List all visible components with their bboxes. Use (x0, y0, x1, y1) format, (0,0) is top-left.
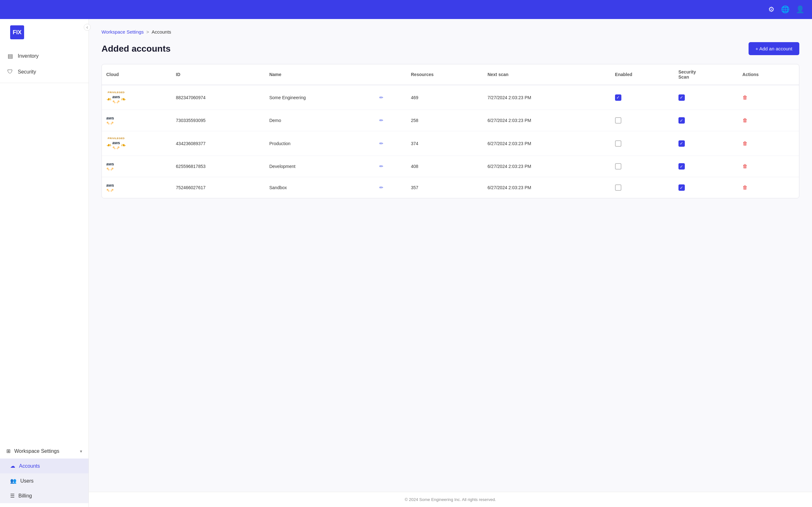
main-content: Workspace Settings > Accounts Added acco… (89, 19, 812, 492)
globe-icon[interactable]: 🌐 (781, 5, 790, 14)
enabled-checkbox[interactable] (615, 117, 621, 124)
cell-next-scan: 6/27/2024 2:03:23 PM (483, 110, 611, 131)
table-header-row: Cloud ID Name Resources Next scan Enable… (102, 64, 799, 85)
cell-enabled[interactable] (611, 131, 674, 156)
cell-id: 625596817853 (171, 156, 265, 177)
security-scan-checkbox[interactable]: ✓ (678, 140, 685, 147)
enabled-checkbox[interactable] (615, 163, 621, 170)
sidebar-sub-item-label: Accounts (19, 463, 40, 469)
accounts-table: Cloud ID Name Resources Next scan Enable… (102, 64, 799, 198)
enabled-checkbox[interactable] (615, 140, 621, 147)
edit-icon[interactable]: ✏ (379, 95, 384, 100)
col-resources: Resources (406, 64, 483, 85)
breadcrumb-separator: > (146, 29, 149, 35)
cell-enabled[interactable] (611, 110, 674, 131)
delete-icon[interactable]: 🗑 (743, 118, 748, 123)
cell-security-scan[interactable]: ✓ (674, 110, 738, 131)
table-row: aws ⇖⇗ 752466027617Sandbox✏3576/27/2024 … (102, 177, 799, 199)
cell-security-scan[interactable]: ✓ (674, 156, 738, 177)
delete-icon[interactable]: 🗑 (743, 141, 748, 146)
col-cloud: Cloud (102, 64, 171, 85)
security-scan-checkbox[interactable]: ✓ (678, 95, 685, 101)
sidebar: FIX ‹ ▤ Inventory 🛡 Security ⊞ Workspace… (0, 19, 89, 507)
cell-cloud: aws ⇖⇗ (102, 110, 171, 131)
sidebar-item-security[interactable]: 🛡 Security (0, 64, 89, 79)
sidebar-header: FIX ‹ (0, 23, 89, 48)
cell-next-scan: 6/27/2024 2:03:23 PM (483, 156, 611, 177)
cell-edit[interactable]: ✏ (375, 131, 406, 156)
cell-next-scan: 6/27/2024 2:03:23 PM (483, 131, 611, 156)
sidebar-item-billing[interactable]: ☰ Billing (0, 488, 89, 503)
edit-icon[interactable]: ✏ (379, 185, 384, 190)
cell-resources: 357 (406, 177, 483, 199)
page-title: Added accounts (101, 44, 171, 54)
sidebar-collapse-button[interactable]: ‹ (84, 24, 91, 31)
delete-icon[interactable]: 🗑 (743, 95, 748, 100)
user-icon[interactable]: 👤 (796, 5, 804, 14)
enabled-checkbox[interactable] (615, 184, 621, 191)
col-next-scan: Next scan (483, 64, 611, 85)
cell-security-scan[interactable]: ✓ (674, 131, 738, 156)
sidebar-item-accounts[interactable]: ☁ Accounts (0, 458, 89, 473)
users-icon: 👥 (10, 478, 16, 484)
edit-icon[interactable]: ✏ (379, 164, 384, 169)
cell-enabled[interactable]: ✓ (611, 85, 674, 110)
main-content-area: Workspace Settings > Accounts Added acco… (89, 19, 812, 507)
cell-actions: 🗑 (738, 177, 799, 199)
cell-name: Demo (265, 110, 375, 131)
breadcrumb-current: Accounts (152, 29, 171, 35)
security-scan-checkbox[interactable]: ✓ (678, 163, 685, 170)
cell-name: Sandbox (265, 177, 375, 199)
footer-text: © 2024 Some Engineering Inc. All rights … (405, 497, 496, 502)
table-row: PRIVILEGED ❧ aws ⇖⇗ ❧ 434236089377Produc… (102, 131, 799, 156)
delete-icon[interactable]: 🗑 (743, 185, 748, 190)
cell-security-scan[interactable]: ✓ (674, 85, 738, 110)
cell-edit[interactable]: ✏ (375, 177, 406, 199)
accounts-icon: ☁ (10, 463, 15, 469)
cell-enabled[interactable] (611, 156, 674, 177)
inventory-icon: ▤ (6, 53, 14, 60)
cell-enabled[interactable] (611, 177, 674, 199)
sidebar-item-users[interactable]: 👥 Users (0, 473, 89, 488)
table-row: aws ⇖⇗ 625596817853Development✏4086/27/2… (102, 156, 799, 177)
topbar: ⚙ 🌐 👤 (0, 0, 812, 19)
col-security-scan: SecurityScan (674, 64, 738, 85)
workspace-settings-icon: ⊞ (6, 448, 10, 454)
cell-edit[interactable]: ✏ (375, 85, 406, 110)
security-scan-checkbox[interactable]: ✓ (678, 184, 685, 191)
cell-actions: 🗑 (738, 131, 799, 156)
add-account-button[interactable]: + Add an account (749, 42, 799, 55)
main-layout: FIX ‹ ▤ Inventory 🛡 Security ⊞ Workspace… (0, 19, 812, 507)
edit-icon[interactable]: ✏ (379, 141, 384, 146)
cell-cloud: PRIVILEGED ❧ aws ⇖⇗ ❧ (102, 85, 171, 110)
col-id: ID (171, 64, 265, 85)
security-scan-checkbox[interactable]: ✓ (678, 117, 685, 124)
col-name: Name (265, 64, 375, 85)
breadcrumb: Workspace Settings > Accounts (101, 29, 799, 35)
cell-actions: 🗑 (738, 85, 799, 110)
delete-icon[interactable]: 🗑 (743, 164, 748, 169)
sidebar-divider (0, 83, 89, 83)
sidebar-item-inventory[interactable]: ▤ Inventory (0, 48, 89, 64)
footer: © 2024 Some Engineering Inc. All rights … (89, 492, 812, 507)
cell-cloud: aws ⇖⇗ (102, 177, 171, 199)
edit-icon[interactable]: ✏ (379, 118, 384, 123)
theme-icon[interactable]: ⚙ (768, 5, 774, 14)
app-logo[interactable]: FIX (10, 25, 24, 39)
cell-edit[interactable]: ✏ (375, 110, 406, 131)
cell-resources: 469 (406, 85, 483, 110)
enabled-checkbox[interactable]: ✓ (615, 95, 621, 101)
cell-security-scan[interactable]: ✓ (674, 177, 738, 199)
cell-next-scan: 7/27/2024 2:03:23 PM (483, 85, 611, 110)
col-actions: Actions (738, 64, 799, 85)
breadcrumb-parent-link[interactable]: Workspace Settings (101, 29, 144, 35)
billing-icon: ☰ (10, 493, 14, 499)
cell-edit[interactable]: ✏ (375, 156, 406, 177)
col-enabled: Enabled (611, 64, 674, 85)
cell-name: Development (265, 156, 375, 177)
table-row: PRIVILEGED ❧ aws ⇖⇗ ❧ 882347060974Some E… (102, 85, 799, 110)
workspace-settings-toggle[interactable]: ⊞ Workspace Settings ▾ (0, 444, 89, 458)
cell-next-scan: 6/27/2024 2:03:23 PM (483, 177, 611, 199)
sidebar-spacer (0, 86, 89, 444)
cell-resources: 258 (406, 110, 483, 131)
